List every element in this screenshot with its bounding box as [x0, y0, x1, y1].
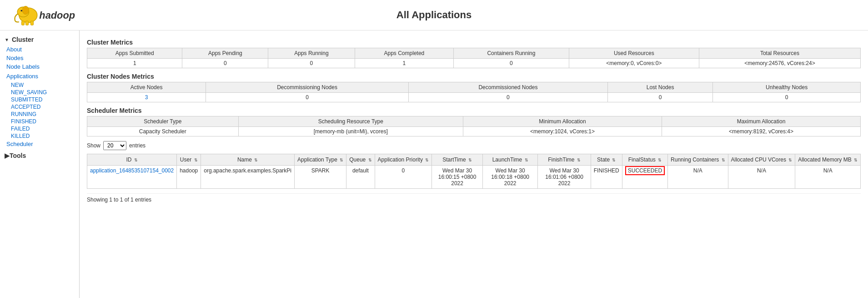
sidebar-tools-label: Tools: [10, 152, 26, 159]
sm-header-3: Maximum Allocation: [662, 116, 861, 127]
cm-header-4: Containers Running: [454, 48, 569, 59]
sort-icon-queue: ⇅: [368, 158, 372, 162]
cluster-arrow-icon: ▼: [5, 37, 9, 42]
sm-header-0: Scheduler Type: [87, 116, 239, 127]
at-header-launchtime: LaunchTime ⇅: [482, 154, 538, 166]
logo: hadoop: [9, 4, 82, 26]
sort-icon-mem: ⇅: [854, 158, 858, 162]
cluster-metrics-table: Apps Submitted Apps Pending Apps Running…: [87, 48, 861, 68]
cm-header-0: Apps Submitted: [87, 48, 182, 59]
row-id: application_1648535107154_0002: [87, 166, 177, 189]
hadoop-logo-svg: hadoop: [9, 4, 82, 26]
active-nodes-link[interactable]: 3: [145, 94, 148, 101]
scheduler-metrics-title: Scheduler Metrics: [87, 107, 861, 114]
at-header-id: ID ⇅: [87, 154, 177, 166]
sm-val-0: Capacity Scheduler: [87, 127, 239, 136]
sm-val-2: <memory:1024, vCores:1>: [463, 127, 662, 136]
sidebar-state-killed[interactable]: KILLED: [11, 132, 79, 140]
sidebar-state-submitted[interactable]: SUBMITTED: [11, 96, 79, 103]
applications-table: ID ⇅ User ⇅ Name ⇅ Application Type ⇅: [87, 154, 861, 189]
sort-icon-finishtime: ⇅: [577, 158, 581, 162]
at-header-mem: Allocated Memory MB ⇅: [795, 154, 861, 166]
row-priority: 0: [375, 166, 432, 189]
row-finalstatus: SUCCEEDED: [622, 166, 667, 189]
at-header-name: Name ⇅: [201, 154, 295, 166]
cnm-val-1: 0: [206, 93, 409, 102]
cm-header-1: Apps Pending: [182, 48, 268, 59]
tools-arrow-icon: ▶: [5, 152, 10, 159]
sidebar-state-accepted[interactable]: ACCEPTED: [11, 103, 79, 111]
cnm-header-1: Decommissioning Nodes: [206, 82, 409, 93]
showing-entries-footer: Showing 1 to 1 of 1 entries: [87, 193, 861, 206]
at-header-queue: Queue ⇅: [346, 154, 375, 166]
at-header-apptype: Application Type ⇅: [295, 154, 346, 166]
cnm-header-2: Decommissioned Nodes: [408, 82, 607, 93]
svg-point-2: [22, 6, 29, 14]
sidebar-item-about[interactable]: About: [0, 45, 79, 54]
sort-icon-apptype: ⇅: [340, 158, 343, 162]
sort-icon-priority: ⇅: [425, 158, 429, 162]
row-launchtime: Wed Mar 30 16:00:18 +0800 2022: [482, 166, 538, 189]
sidebar-state-new-saving[interactable]: NEW_SAVING: [11, 89, 79, 96]
header: hadoop All Applications: [0, 0, 868, 30]
app-id-link[interactable]: application_1648535107154_0002: [90, 167, 174, 174]
sidebar-item-scheduler[interactable]: Scheduler: [0, 140, 79, 148]
sm-val-1: [memory-mb (unit=Mi), vcores]: [238, 127, 463, 136]
row-mem: N/A: [795, 166, 861, 189]
at-header-running-containers: Running Containers ⇅: [668, 154, 728, 166]
cm-header-2: Apps Running: [268, 48, 355, 59]
sm-val-3: <memory:8192, vCores:4>: [662, 127, 861, 136]
row-cpu: N/A: [728, 166, 795, 189]
sidebar-item-node-labels[interactable]: Node Labels: [0, 62, 79, 71]
sidebar: ▼ Cluster About Nodes Node Labels Applic…: [0, 30, 80, 298]
cnm-val-3: 0: [607, 93, 712, 102]
at-header-priority: Application Priority ⇅: [375, 154, 432, 166]
row-name: org.apache.spark.examples.SparkPi: [201, 166, 295, 189]
svg-point-3: [20, 10, 22, 12]
sidebar-state-running[interactable]: RUNNING: [11, 111, 79, 118]
cm-val-1: 0: [182, 59, 268, 68]
at-header-state: State ⇅: [591, 154, 622, 166]
page-title: All Applications: [82, 9, 786, 21]
row-starttime: Wed Mar 30 16:00:15 +0800 2022: [432, 166, 483, 189]
sidebar-item-applications[interactable]: Applications: [0, 71, 79, 81]
row-running-containers: N/A: [668, 166, 728, 189]
sidebar-tools-header[interactable]: ▶ Tools: [0, 148, 79, 163]
succeeded-badge: SUCCEEDED: [625, 166, 665, 175]
sort-icon-running-containers: ⇅: [722, 158, 725, 162]
cnm-val-0: 3: [87, 93, 206, 102]
svg-rect-5: [25, 21, 28, 25]
sort-icon-starttime: ⇅: [468, 158, 472, 162]
sidebar-cluster-header[interactable]: ▼ Cluster: [0, 34, 79, 45]
sidebar-cluster-label: Cluster: [12, 36, 34, 43]
at-header-starttime: StartTime ⇅: [432, 154, 483, 166]
table-row: application_1648535107154_0002 hadoop or…: [87, 166, 861, 189]
svg-rect-6: [30, 21, 33, 25]
cluster-metrics-title: Cluster Metrics: [87, 39, 861, 46]
cnm-header-4: Unhealthy Nodes: [713, 82, 861, 93]
sidebar-state-finished[interactable]: FINISHED: [11, 118, 79, 125]
sort-icon-id: ⇅: [134, 158, 138, 162]
sort-icon-name: ⇅: [254, 158, 258, 162]
sort-icon-finalstatus: ⇅: [658, 158, 662, 162]
show-entries-control: Show 10 20 25 50 100 entries: [87, 141, 861, 150]
at-header-finishtime: FinishTime ⇅: [538, 154, 591, 166]
sort-icon-launchtime: ⇅: [525, 158, 528, 162]
sidebar-state-new[interactable]: NEW: [11, 81, 79, 89]
sidebar-item-nodes[interactable]: Nodes: [0, 54, 79, 62]
content-area: Cluster Metrics Apps Submitted Apps Pend…: [80, 30, 868, 298]
row-state: FINISHED: [591, 166, 622, 189]
at-header-user: User ⇅: [177, 154, 201, 166]
main-layout: ▼ Cluster About Nodes Node Labels Applic…: [0, 30, 868, 298]
cm-val-6: <memory:24576, vCores:24>: [699, 59, 860, 68]
cnm-val-2: 0: [408, 93, 607, 102]
cm-header-6: Total Resources: [699, 48, 860, 59]
cm-val-2: 0: [268, 59, 355, 68]
sm-header-2: Minimum Allocation: [463, 116, 662, 127]
cm-header-3: Apps Completed: [355, 48, 454, 59]
entries-select[interactable]: 10 20 25 50 100: [103, 141, 126, 150]
at-header-finalstatus: FinalStatus ⇅: [622, 154, 667, 166]
row-user: hadoop: [177, 166, 201, 189]
sidebar-state-failed[interactable]: FAILED: [11, 125, 79, 132]
row-finishtime: Wed Mar 30 16:01:06 +0800 2022: [538, 166, 591, 189]
